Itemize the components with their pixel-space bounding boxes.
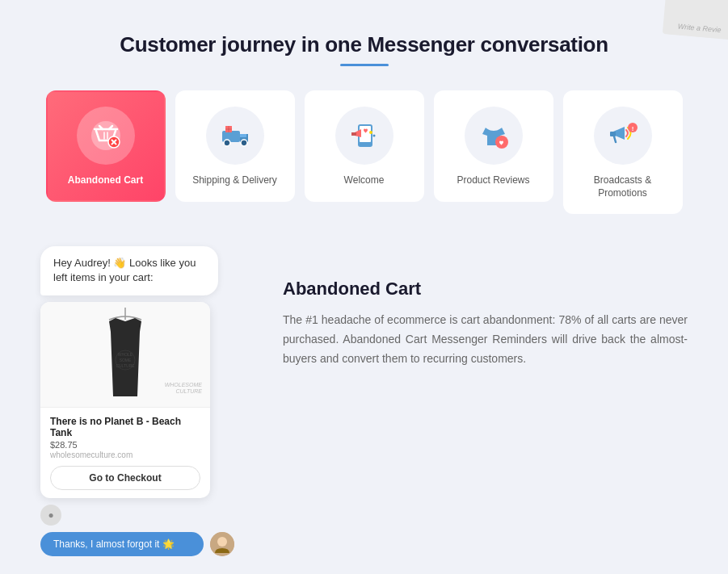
user-avatar	[210, 532, 234, 556]
page-title: Customer journey in one Messenger conver…	[24, 32, 704, 57]
svg-rect-21	[610, 132, 616, 136]
cards-row: Abandoned Cart	[24, 90, 704, 214]
detail-description: The #1 headache of ecommerce is cart aba…	[283, 311, 688, 368]
svg-point-18	[369, 131, 372, 134]
chat-reply-bubble: Thanks, I almost forgot it 🌟	[40, 532, 204, 556]
page-wrapper: Write a Revie Customer journey in one Me…	[0, 0, 728, 574]
card-label-abandoned-cart: Abandoned Cart	[68, 174, 143, 187]
svg-point-30	[217, 537, 227, 547]
title-underline	[340, 64, 389, 66]
card-broadcasts-promotions[interactable]: ! Broadcasts & Promotions	[563, 90, 683, 214]
card-icon-wrap-welcome	[335, 107, 393, 165]
card-icon-wrap-reviews	[465, 107, 523, 165]
card-label-welcome: Welcome	[344, 174, 385, 187]
card-icon-wrap-shipping	[206, 107, 264, 165]
chat-reply-row: Thanks, I almost forgot it 🌟	[40, 532, 234, 556]
chat-card-url: wholesomeculture.com	[50, 450, 200, 459]
chat-card-image: WHOLE SOME CULTURE WHOLESOMECULTURE	[40, 302, 210, 407]
svg-text:WHOLE: WHOLE	[118, 352, 133, 357]
svg-text:!: !	[631, 125, 633, 132]
corner-paper-decoration: Write a Revie	[663, 0, 728, 40]
bottom-area: Hey Audrey! 👋 Looks like you left items …	[24, 246, 704, 555]
card-abandoned-cart[interactable]: Abandoned Cart	[46, 90, 166, 202]
brand-watermark: WHOLESOMECULTURE	[165, 382, 202, 396]
shipping-icon	[217, 118, 253, 153]
svg-rect-16	[360, 126, 371, 142]
chat-bubble-top: Hey Audrey! 👋 Looks like you left items …	[40, 246, 218, 295]
product-reviews-icon	[476, 118, 511, 153]
chat-bubble-text: Hey Audrey! 👋 Looks like you left items …	[53, 257, 196, 283]
go-to-checkout-button[interactable]: Go to Checkout	[50, 466, 200, 490]
chat-card-product-title: There is no Planet B - Beach Tank	[50, 416, 200, 438]
svg-rect-17	[351, 132, 356, 136]
mic-icon: ●	[48, 509, 53, 521]
chat-card-price: $28.75	[50, 440, 200, 450]
chat-card-body: There is no Planet B - Beach Tank $28.75…	[40, 407, 210, 498]
card-icon-wrap-broadcasts: !	[594, 107, 652, 165]
chat-mic-button[interactable]: ●	[40, 505, 61, 526]
svg-text:CULTURE: CULTURE	[116, 363, 135, 368]
card-shipping-delivery[interactable]: Shipping & Delivery	[175, 90, 295, 202]
chat-mockup: Hey Audrey! 👋 Looks like you left items …	[40, 246, 234, 555]
svg-point-10	[241, 140, 247, 146]
svg-point-19	[372, 135, 375, 137]
right-text-area: Abandoned Cart The #1 headache of ecomme…	[283, 246, 688, 368]
welcome-icon	[347, 118, 382, 153]
chat-product-card: WHOLE SOME CULTURE WHOLESOMECULTURE Ther…	[40, 302, 210, 498]
tank-top-illustration: WHOLE SOME CULTURE	[85, 304, 166, 404]
card-label-broadcasts: Broadcasts & Promotions	[574, 174, 671, 199]
card-icon-wrap-abandoned-cart	[77, 107, 135, 165]
broadcasts-icon: !	[605, 118, 641, 153]
card-product-reviews[interactable]: Product Reviews	[434, 90, 553, 202]
detail-title: Abandoned Cart	[283, 279, 688, 300]
corner-text: Write a Revie	[677, 23, 722, 35]
card-label-reviews: Product Reviews	[457, 174, 529, 187]
chat-reply-text: Thanks, I almost forgot it 🌟	[53, 538, 175, 550]
card-welcome[interactable]: Welcome	[305, 90, 424, 202]
svg-point-9	[224, 140, 230, 146]
svg-text:SOME: SOME	[120, 358, 132, 362]
abandoned-cart-icon	[88, 118, 124, 153]
card-label-shipping: Shipping & Delivery	[192, 174, 277, 187]
